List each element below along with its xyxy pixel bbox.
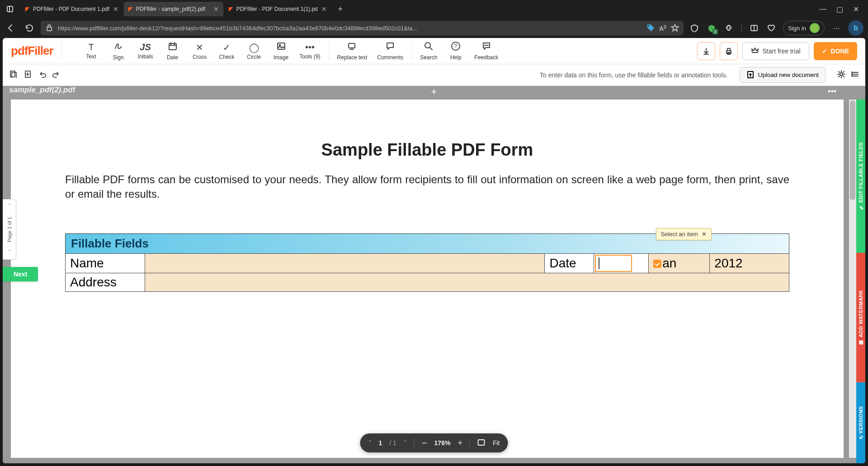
more-icon[interactable]: ⋯ (831, 23, 842, 33)
date-label: Date (545, 253, 594, 273)
add-icon[interactable]: + (431, 86, 437, 98)
comments-tool[interactable]: Comments (373, 40, 408, 62)
chevron-up-icon[interactable]: ˄ (368, 439, 372, 447)
close-icon[interactable]: ✕ (213, 5, 219, 13)
check-icon: ✓ (822, 48, 827, 55)
extensions-icon[interactable] (723, 23, 734, 33)
fit-button[interactable]: Fit (493, 439, 500, 447)
table-row: Name Date an 2012 (66, 253, 789, 273)
date-tool[interactable]: Date (160, 40, 186, 62)
minimize-icon[interactable]: ― (819, 5, 826, 14)
edit-fillable-fields-rail[interactable]: ✎ EDIT FILLABLE FIELDS (856, 100, 865, 253)
zoom-in-button[interactable]: + (458, 438, 462, 448)
browser-tab-2[interactable]: ◤ PDFfiller - PDF Document 1(1).pd ✕ (224, 2, 331, 16)
label: VERSIONS (858, 406, 863, 433)
name-field[interactable] (145, 253, 545, 273)
chevron-up-icon[interactable]: ˄ (8, 203, 11, 209)
settings-icon[interactable] (837, 70, 845, 80)
cross-tool[interactable]: ✕Cross (187, 40, 213, 62)
redo-icon[interactable] (52, 70, 61, 80)
separator (470, 438, 470, 448)
hint-text: To enter data on this form, use the fill… (540, 71, 728, 79)
add-watermark-rail[interactable]: ▦ ADD WATERMARK (856, 253, 865, 382)
date-month-field[interactable]: an (649, 253, 710, 273)
back-button[interactable] (5, 22, 17, 34)
url-field[interactable]: https://www.pdffiller.com/jsfiller-desk1… (41, 21, 684, 35)
pdffiller-logo[interactable]: pdfFiller (11, 44, 53, 58)
adblock-shield-icon[interactable] (706, 23, 717, 33)
start-free-trial-button[interactable]: Start free trial (742, 42, 809, 60)
sign-tool[interactable]: Sign (105, 40, 132, 62)
doc-content: Sample Fillable PDF Form Fillable PDF fo… (11, 100, 844, 292)
tools-more[interactable]: •••Tools (9) (295, 40, 325, 62)
bing-sidebar-button[interactable]: b (848, 20, 863, 36)
close-icon[interactable]: ✕ (321, 5, 327, 13)
toolbar-right: | Sign in ⋯ b (689, 20, 863, 36)
date-day-field[interactable] (594, 253, 649, 273)
upload-icon (746, 70, 755, 80)
text-tool[interactable]: TText (78, 40, 104, 62)
tab-title: PDFfiller - PDF Document 1.pdf (33, 6, 109, 12)
label: Next (14, 271, 27, 278)
chevron-down-icon[interactable]: ˅ (8, 249, 11, 256)
more-icon: ••• (305, 42, 315, 52)
zoom-level[interactable]: 176% (434, 439, 451, 447)
browser-tab-0[interactable]: ◤ PDFfiller - PDF Document 1.pdf ✕ (21, 2, 123, 16)
pdffiller-app: pdfFiller TText Sign JSInitials Date ✕Cr… (3, 38, 865, 463)
done-button[interactable]: ✓ DONE (814, 42, 857, 60)
close-icon[interactable]: ✕ (702, 231, 707, 238)
table-row: Address (66, 273, 789, 291)
current-page[interactable]: 1 (379, 439, 382, 447)
download-button[interactable] (697, 42, 715, 60)
print-button[interactable] (720, 42, 738, 60)
tab-actions-icon[interactable] (4, 3, 16, 15)
browser-tab-1[interactable]: ◤ PDFfiller - sample_pdf(2).pdf ✕ (124, 2, 223, 16)
date-year-field[interactable]: 2012 (710, 253, 789, 273)
close-window-icon[interactable]: ✕ (853, 5, 859, 14)
add-page-icon[interactable] (24, 70, 32, 80)
image-icon (276, 41, 286, 53)
split-screen-icon[interactable] (749, 23, 760, 33)
address-field[interactable] (145, 273, 789, 291)
shopping-tag-icon[interactable] (646, 24, 655, 33)
new-tab-button[interactable]: + (334, 3, 347, 15)
label: DONE (831, 48, 849, 55)
scrollbar-thumb[interactable] (850, 100, 855, 200)
image-tool[interactable]: Image (268, 40, 294, 62)
svg-rect-21 (727, 48, 730, 51)
search-tool[interactable]: Search (415, 40, 442, 62)
versions-rail[interactable]: ↻ VERSIONS (856, 382, 865, 463)
zoom-out-button[interactable]: − (422, 438, 427, 448)
close-icon[interactable]: ✕ (113, 5, 118, 13)
refresh-button[interactable] (23, 22, 35, 34)
read-aloud-icon[interactable]: A)) (659, 24, 666, 32)
vertical-scrollbar[interactable] (849, 100, 856, 458)
browser-tab-strip: ◤ PDFfiller - PDF Document 1.pdf ✕ ◤ PDF… (0, 0, 868, 18)
help-tool[interactable]: ?Help (443, 40, 469, 62)
initials-tool[interactable]: JSInitials (132, 40, 159, 62)
label: Tools (9) (300, 53, 321, 60)
site-info-icon[interactable] (45, 24, 53, 33)
replace-text-tool[interactable]: Replace text (333, 40, 372, 62)
sub-left (9, 70, 61, 80)
pages-icon[interactable] (9, 70, 17, 80)
stage-more-icon[interactable]: ••• (828, 87, 836, 96)
label: EDIT FILLABLE FIELDS (858, 142, 863, 202)
undo-icon[interactable] (38, 70, 46, 80)
feedback-tool[interactable]: Feedback (470, 40, 503, 62)
circle-tool[interactable]: ◯Circle (241, 40, 267, 62)
check-tool[interactable]: ✓Check (214, 40, 240, 62)
sign-icon (113, 41, 123, 53)
tracking-shield-icon[interactable] (689, 23, 700, 33)
next-field-button[interactable]: Next (3, 267, 38, 281)
page-canvas[interactable]: Sample Fillable PDF Form Fillable PDF fo… (11, 100, 844, 458)
comment-icon (385, 41, 395, 53)
collections-icon[interactable] (766, 23, 777, 33)
favorite-icon[interactable] (671, 24, 679, 33)
signin-chip[interactable]: Sign in (783, 21, 825, 35)
sub-right-icons (837, 70, 859, 80)
maximize-icon[interactable]: ▢ (836, 5, 843, 14)
chevron-down-icon[interactable]: ˅ (404, 439, 407, 447)
upload-new-document-button[interactable]: Upload new document (740, 67, 826, 83)
outline-icon[interactable] (851, 70, 859, 80)
